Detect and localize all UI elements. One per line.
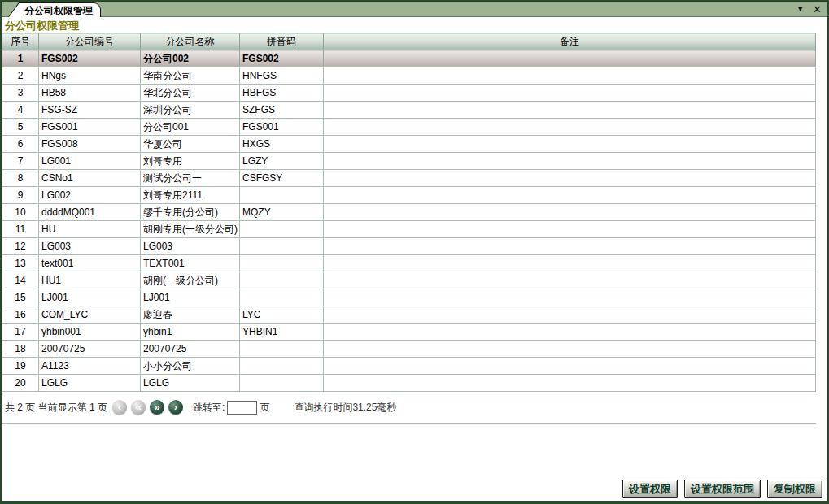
cell-pinyin xyxy=(240,238,324,255)
cell-no: 9 xyxy=(2,187,39,204)
cell-remark xyxy=(324,85,816,102)
column-header-remark: 备注 xyxy=(324,33,816,50)
cell-pinyin xyxy=(240,272,324,289)
cell-code: yhbin001 xyxy=(39,324,141,341)
set-permission-button[interactable]: 设置权限 xyxy=(622,480,678,498)
table-row[interactable]: 9 LG002 刘哥专用2111 xyxy=(2,187,816,204)
table-body: 1 FGS002 分公司002 FGS002 2 HNgs 华南分公司 HNFG… xyxy=(2,50,816,392)
cell-code: COM_LYC xyxy=(39,306,141,324)
cell-pinyin: YHBIN1 xyxy=(240,324,324,341)
cell-name: 廖迎春 xyxy=(141,306,240,324)
table-row[interactable]: 12 LG003 LG003 xyxy=(2,238,816,255)
cell-pinyin xyxy=(240,221,324,238)
cell-code: HU xyxy=(39,221,141,238)
dropdown-icon[interactable]: ▼ xyxy=(796,6,804,13)
table-row[interactable]: 7 LG001 刘哥专用 LGZY xyxy=(2,153,816,170)
cell-name: 深圳分公司 xyxy=(141,102,240,119)
cell-no: 16 xyxy=(2,306,39,324)
cell-code: FGS008 xyxy=(39,136,141,153)
table-row[interactable]: 18 20070725 20070725 xyxy=(2,341,816,358)
page-last-button[interactable]: » xyxy=(150,400,164,415)
cell-remark xyxy=(324,187,816,204)
table-row[interactable]: 1 FGS002 分公司002 FGS002 xyxy=(2,50,816,67)
page-prev-button[interactable]: ‹ xyxy=(112,400,127,415)
cell-code: LG003 xyxy=(39,238,141,255)
table-row[interactable]: 13 text001 TEXT001 xyxy=(2,255,816,272)
close-icon[interactable]: ✕ xyxy=(813,4,822,15)
jump-page-input[interactable] xyxy=(227,401,257,415)
cell-pinyin: MQZY xyxy=(240,204,324,221)
cell-pinyin: HXGS xyxy=(240,136,324,153)
table-row[interactable]: 5 FGS001 分公司001 FGS001 xyxy=(2,119,816,136)
page-next-button[interactable]: › xyxy=(168,400,183,415)
cell-remark xyxy=(324,306,816,324)
cell-name: 华北分公司 xyxy=(141,85,240,102)
table-row[interactable]: 17 yhbin001 yhbin1 YHBIN1 xyxy=(2,324,816,341)
cell-remark xyxy=(324,221,816,238)
cell-code: HB58 xyxy=(39,85,141,102)
cell-no: 20 xyxy=(2,375,39,392)
tab-bar: 分公司权限管理 ▼ ✕ xyxy=(2,2,827,17)
table-row[interactable]: 10 ddddMQ001 缪千专用(分公司) MQZY xyxy=(2,204,816,221)
table-row[interactable]: 8 CSNo1 测试分公司一 CSFGSY xyxy=(2,170,816,187)
cell-remark xyxy=(324,67,816,85)
cell-code: text001 xyxy=(39,255,141,272)
cell-code: LJ001 xyxy=(39,289,141,306)
pagination-bar: 共 2 页 当前显示第 1 页 ‹«»› 跳转至: 页 查询执行时间31.25毫… xyxy=(2,392,816,424)
cell-remark xyxy=(324,50,816,67)
cell-no: 2 xyxy=(2,67,39,85)
table-row[interactable]: 11 HU 胡刚专用(一级分公司) xyxy=(2,221,816,238)
cell-pinyin xyxy=(240,255,324,272)
cell-name: 刘哥专用 xyxy=(141,153,240,170)
table-row[interactable]: 4 FSG-SZ 深圳分公司 SZFGS xyxy=(2,102,816,119)
cell-no: 10 xyxy=(2,204,39,221)
cell-no: 1 xyxy=(2,50,39,67)
table-row[interactable]: 16 COM_LYC 廖迎春 LYC xyxy=(2,306,816,324)
set-permission-scope-button[interactable]: 设置权限范围 xyxy=(684,480,761,498)
cell-remark xyxy=(324,119,816,136)
cell-no: 19 xyxy=(2,358,39,375)
cell-no: 18 xyxy=(2,341,39,358)
branch-table: 序号 分公司编号 分公司名称 拼音码 备注 1 FGS002 分公司002 FG… xyxy=(2,33,816,392)
table-header-row: 序号 分公司编号 分公司名称 拼音码 备注 xyxy=(2,33,816,50)
window-controls: ▼ ✕ xyxy=(796,2,822,17)
table-row[interactable]: 20 LGLG LGLG xyxy=(2,375,816,392)
copy-permission-button[interactable]: 复制权限 xyxy=(767,480,822,498)
cell-name: 胡刚专用(一级分公司) xyxy=(141,221,240,238)
cell-no: 17 xyxy=(2,324,39,341)
cell-code: HU1 xyxy=(39,272,141,289)
cell-pinyin: HBFGS xyxy=(240,85,324,102)
table-row[interactable]: 14 HU1 胡刚(一级分公司) xyxy=(2,272,816,289)
table-row[interactable]: 6 FGS008 华厦公司 HXGS xyxy=(2,136,816,153)
cell-code: LGLG xyxy=(39,375,141,392)
pagination-summary: 共 2 页 当前显示第 1 页 xyxy=(5,401,107,415)
table-row[interactable]: 19 A1123 小小分公司 xyxy=(2,358,816,375)
cell-name: LGLG xyxy=(141,375,240,392)
column-header-code: 分公司编号 xyxy=(39,33,141,50)
table-row[interactable]: 2 HNgs 华南分公司 HNFGS xyxy=(2,67,816,85)
cell-code: FSG-SZ xyxy=(39,102,141,119)
footer-buttons: 设置权限设置权限范围复制权限 xyxy=(622,480,822,498)
cell-no: 12 xyxy=(2,238,39,255)
cell-name: 华厦公司 xyxy=(141,136,240,153)
page-first-button[interactable]: « xyxy=(131,400,146,415)
cell-no: 7 xyxy=(2,153,39,170)
cell-remark xyxy=(324,358,816,375)
cell-remark xyxy=(324,238,816,255)
cell-code: LG002 xyxy=(39,187,141,204)
cell-pinyin xyxy=(240,289,324,306)
cell-name: 分公司002 xyxy=(141,50,240,67)
cell-remark xyxy=(324,375,816,392)
tab-branch-permission[interactable]: 分公司权限管理 xyxy=(8,2,101,17)
cell-remark xyxy=(324,341,816,358)
cell-pinyin: FGS001 xyxy=(240,119,324,136)
table-row[interactable]: 3 HB58 华北分公司 HBFGS xyxy=(2,85,816,102)
cell-name: LG003 xyxy=(141,238,240,255)
cell-pinyin: SZFGS xyxy=(240,102,324,119)
table-row[interactable]: 15 LJ001 LJ001 xyxy=(2,289,816,306)
cell-code: LG001 xyxy=(39,153,141,170)
cell-no: 11 xyxy=(2,221,39,238)
cell-pinyin xyxy=(240,375,324,392)
column-header-no: 序号 xyxy=(2,33,39,50)
cell-name: 小小分公司 xyxy=(141,358,240,375)
